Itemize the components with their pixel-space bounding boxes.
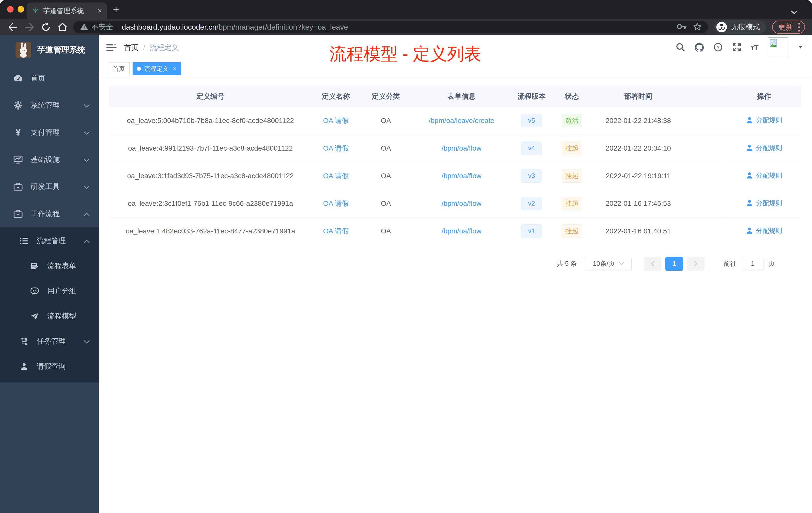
app-title: 芋道管理系统 <box>37 44 85 56</box>
form-link[interactable]: /bpm/oa/leave/create <box>429 117 494 124</box>
form-link[interactable]: /bpm/oa/flow <box>442 172 482 180</box>
github-icon[interactable] <box>695 43 704 53</box>
status-badge: 挂起 <box>562 197 582 210</box>
forward-icon[interactable] <box>21 23 38 31</box>
definition-id: oa_leave:5:004b710b-7b8a-11ec-8ef0-acde4… <box>109 107 312 134</box>
browser-tab[interactable]: 芋道管理系统 × <box>27 2 107 19</box>
definition-category: OA <box>360 190 411 217</box>
next-page-button[interactable] <box>687 257 704 271</box>
form-link[interactable]: /bpm/oa/flow <box>442 200 482 207</box>
active-dot <box>137 67 141 71</box>
assign-rule-button[interactable]: 分配规则 <box>746 171 782 180</box>
breadcrumb-separator: / <box>143 44 145 52</box>
chevron-down-icon <box>83 337 90 345</box>
tag-label: 流程定义 <box>144 65 169 73</box>
fullscreen-icon[interactable] <box>732 43 741 53</box>
assign-rule-button[interactable]: 分配规则 <box>746 227 782 235</box>
sidebar-item-payment[interactable]: ¥ 支付管理 <box>0 119 99 146</box>
sidebar-item-label: 支付管理 <box>31 127 83 138</box>
breadcrumb-home[interactable]: 首页 <box>124 43 139 53</box>
sidebar-logo[interactable]: 芋道管理系统 <box>0 35 99 65</box>
sidebar-item-dev-tools[interactable]: 研发工具 <box>0 173 99 200</box>
sidebar-item-home[interactable]: 首页 <box>0 65 99 92</box>
sidebar-item-task-management[interactable]: 任务管理 <box>0 329 99 354</box>
sidebar-item-process-management[interactable]: 流程管理 <box>0 229 99 253</box>
assign-rule-button[interactable]: 分配规则 <box>746 199 782 208</box>
col-definition-category: 定义分类 <box>360 86 411 107</box>
font-size-icon[interactable]: TT <box>751 43 758 52</box>
col-filler <box>684 86 727 107</box>
definition-name-link[interactable]: OA 请假 <box>323 227 349 235</box>
new-tab-button[interactable]: + <box>113 4 119 15</box>
close-window-button[interactable] <box>7 6 13 12</box>
tree-icon <box>19 337 29 345</box>
sidebar-item-label: 用户分组 <box>47 286 90 296</box>
address-bar[interactable]: 不安全 dashboard.yudao.iocoder.cn/bpm/manag… <box>73 21 708 33</box>
status-badge: 激活 <box>562 114 582 127</box>
definition-name-link[interactable]: OA 请假 <box>323 200 349 207</box>
sidebar-item-user-group[interactable]: 用户分组 <box>0 279 99 304</box>
sidebar-item-label: 任务管理 <box>37 336 83 346</box>
reload-icon[interactable] <box>38 22 54 32</box>
briefcase-icon <box>13 210 23 218</box>
tag-home[interactable]: 首页 <box>108 62 129 75</box>
sidebar-item-process-model[interactable]: 流程模型 <box>0 304 99 329</box>
browser-menu-icon[interactable] <box>798 23 800 32</box>
table-header-row: 定义编号 定义名称 定义分类 表单信息 流程版本 状态 部署时间 操作 <box>109 86 801 107</box>
chevron-right-icon <box>694 261 697 267</box>
yen-icon: ¥ <box>13 127 23 138</box>
prev-page-button[interactable] <box>644 257 661 271</box>
form-link[interactable]: /bpm/oa/flow <box>442 144 482 152</box>
version-badge: v4 <box>521 142 542 155</box>
url-text: dashboard.yudao.iocoder.cn/bpm/manager/d… <box>122 23 672 31</box>
tab-search-chevron-icon[interactable] <box>790 10 798 16</box>
version-badge: v1 <box>521 224 542 238</box>
search-icon[interactable] <box>676 43 685 53</box>
security-label: 不安全 <box>91 22 113 32</box>
tag-process-definition[interactable]: 流程定义 × <box>133 62 181 75</box>
hamburger-icon[interactable] <box>107 44 116 52</box>
deploy-time: 2022-01-16 17:46:53 <box>592 190 684 217</box>
sidebar-item-process-form[interactable]: 流程表单 <box>0 253 99 279</box>
user-icon <box>746 227 753 234</box>
current-page-button[interactable]: 1 <box>665 257 683 271</box>
minimize-window-button[interactable] <box>18 6 24 12</box>
update-label: 更新 <box>778 22 793 32</box>
user-icon <box>746 117 753 124</box>
sidebar-item-label: 基础设施 <box>31 155 83 164</box>
deploy-time: 2022-01-16 01:40:51 <box>592 217 684 245</box>
sidebar-item-label: 研发工具 <box>31 182 83 192</box>
bookmark-star-icon[interactable] <box>693 23 701 32</box>
user-avatar[interactable] <box>768 37 788 58</box>
assign-rule-button[interactable]: 分配规则 <box>746 144 782 152</box>
version-badge: v2 <box>521 197 542 210</box>
definition-name-link[interactable]: OA 请假 <box>323 117 349 124</box>
chrome-update-button[interactable]: 更新 <box>772 21 805 34</box>
definition-category: OA <box>360 217 411 245</box>
password-key-icon[interactable] <box>677 23 687 31</box>
goto-page-input[interactable] <box>742 257 764 271</box>
assign-rule-button[interactable]: 分配规则 <box>746 116 782 125</box>
definition-category: OA <box>360 162 411 190</box>
back-icon[interactable] <box>4 23 21 31</box>
form-link[interactable]: /bpm/oa/flow <box>442 227 482 235</box>
sidebar: 芋道管理系统 首页 系统管理 ¥ 支付管理 <box>0 35 99 513</box>
not-secure-warning-icon[interactable] <box>80 23 88 31</box>
sidebar-item-workflow[interactable]: 工作流程 <box>0 200 99 228</box>
deploy-time: 2022-01-22 19:19:11 <box>592 162 684 190</box>
home-icon[interactable] <box>54 23 71 32</box>
definition-name-link[interactable]: OA 请假 <box>323 144 349 152</box>
tag-close-icon[interactable]: × <box>173 65 176 72</box>
table-row: oa_leave:4:991f2193-7b7f-11ec-a3c8-acde4… <box>109 134 801 162</box>
toolbox-icon <box>13 183 23 191</box>
page-size-select[interactable]: 10条/页 <box>585 257 632 271</box>
help-icon[interactable]: ? <box>714 43 723 53</box>
sidebar-item-infrastructure[interactable]: 基础设施 <box>0 146 99 173</box>
user-icon <box>746 144 753 151</box>
avatar-caret-icon[interactable] <box>798 46 803 50</box>
tab-close-icon[interactable]: × <box>97 7 102 14</box>
definition-name-link[interactable]: OA 请假 <box>323 172 349 180</box>
sidebar-item-leave-query[interactable]: 请假查询 <box>0 354 99 379</box>
sidebar-item-system[interactable]: 系统管理 <box>0 92 99 119</box>
dashboard-icon <box>13 74 23 82</box>
